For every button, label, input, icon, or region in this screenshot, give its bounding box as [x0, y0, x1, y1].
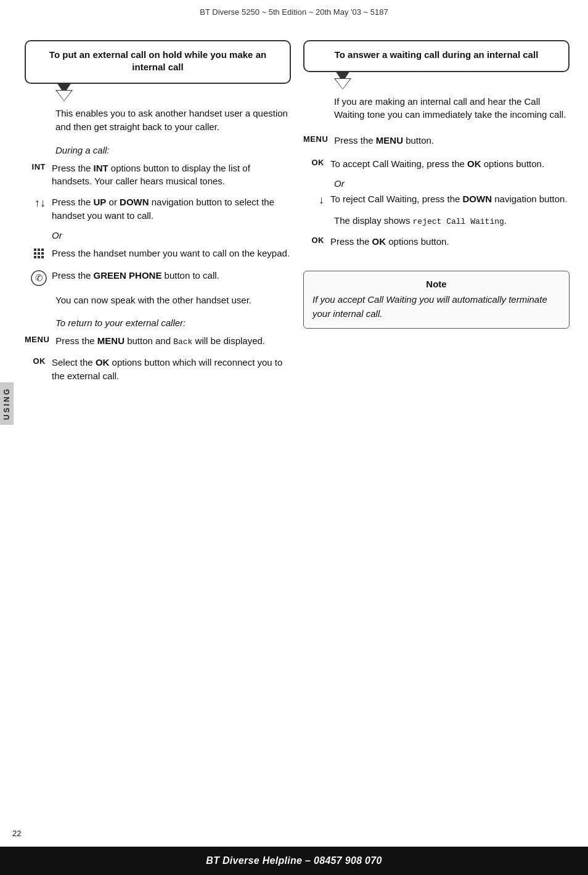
step-ok-left-text: Select the OK options button which will … [52, 356, 291, 383]
step-ok2-right-label: OK [303, 235, 330, 245]
svg-rect-7 [38, 256, 40, 258]
left-section-box: To put an external call on hold while yo… [25, 40, 291, 84]
footer-bar: BT Diverse Helpline – 08457 908 070 [0, 847, 588, 875]
svg-rect-4 [38, 252, 40, 255]
step-int-text: Press the INT options button to display … [52, 162, 291, 189]
step-keypad-text: Press the handset number you want to cal… [52, 247, 291, 260]
phone-svg: ✆ [31, 270, 47, 286]
note-box: Note If you accept Call Waiting you will… [303, 271, 570, 329]
step-ok-left-label: OK [25, 356, 52, 366]
down-arrow-icon: ↓ [303, 192, 330, 207]
step-ok2-right: OK Press the OK options button. [303, 235, 570, 249]
return-label: To return to your external caller: [25, 318, 291, 328]
svg-rect-6 [34, 256, 36, 258]
svg-text:✆: ✆ [35, 273, 43, 283]
step-ok-left: OK Select the OK options button which wi… [25, 356, 291, 383]
step-menu-right: MENU Press the MENU button. [303, 134, 570, 147]
display-text-block: The display shows reject Call Waiting. [303, 214, 570, 228]
step-ok-right-text: To accept Call Waiting, press the OK opt… [330, 157, 570, 171]
during-call-label: During a call: [25, 145, 291, 155]
note-text: If you accept Call Waiting you will auto… [312, 293, 560, 321]
updown-icon: ↑↓ [25, 195, 52, 210]
using-sidebar-label: USING [0, 382, 14, 425]
step-ok2-right-text: Press the OK options button. [330, 235, 570, 249]
svg-rect-5 [41, 252, 44, 255]
step-updown: ↑↓ Press the UP or DOWN navigation butto… [25, 195, 291, 223]
step-updown-text: Press the UP or DOWN navigation button t… [52, 195, 291, 223]
step-down-right: ↓ To reject Call Waiting, press the DOWN… [303, 192, 570, 207]
step-ok-right-label: OK [303, 157, 330, 167]
step-menu-left-label: MENU [25, 334, 55, 344]
step-down-text: To reject Call Waiting, press the DOWN n… [330, 192, 570, 206]
step-menu-right-text: Press the MENU button. [334, 134, 570, 147]
right-section-title: To answer a waiting call during an inter… [314, 49, 558, 61]
left-section-title: To put an external call on hold while yo… [36, 49, 280, 73]
right-intro: If you are making an internal call and h… [303, 95, 570, 122]
svg-rect-8 [41, 256, 44, 258]
speak-text: You can now speak with the other handset… [25, 294, 291, 307]
step-phone: ✆ Press the GREEN PHONE button to call. [25, 269, 291, 286]
page-header: BT Diverse 5250 ~ 5th Edition ~ 20th May… [0, 0, 588, 22]
or-right-text: Or [303, 178, 570, 189]
svg-rect-1 [38, 249, 40, 251]
svg-rect-0 [34, 249, 36, 251]
keypad-icon [25, 247, 52, 261]
keypad-svg [33, 248, 47, 261]
note-title: Note [312, 279, 560, 289]
page-number: 22 [12, 829, 21, 838]
step-menu-right-label: MENU [303, 134, 334, 144]
step-phone-text: Press the GREEN PHONE button to call. [52, 269, 291, 282]
step-int-label: INT [25, 162, 52, 171]
left-column: To put an external call on hold while yo… [25, 40, 291, 390]
step-menu-left-text: Press the MENU button and Back will be d… [55, 334, 291, 348]
green-phone-icon: ✆ [25, 269, 52, 286]
svg-rect-2 [41, 249, 44, 251]
right-section-box: To answer a waiting call during an inter… [303, 40, 570, 72]
step-keypad: Press the handset number you want to cal… [25, 247, 291, 261]
right-column: To answer a waiting call during an inter… [303, 40, 570, 390]
step-int: INT Press the INT options button to disp… [25, 162, 291, 189]
step-menu-left: MENU Press the MENU button and Back will… [25, 334, 291, 348]
or1-text: Or [25, 230, 291, 240]
footer-text: BT Diverse Helpline – 08457 908 070 [206, 855, 382, 866]
svg-rect-3 [34, 252, 36, 255]
step-ok-right: OK To accept Call Waiting, press the OK … [303, 157, 570, 171]
header-title: BT Diverse 5250 ~ 5th Edition ~ 20th May… [200, 7, 388, 17]
left-intro: This enables you to ask another handset … [25, 107, 291, 134]
